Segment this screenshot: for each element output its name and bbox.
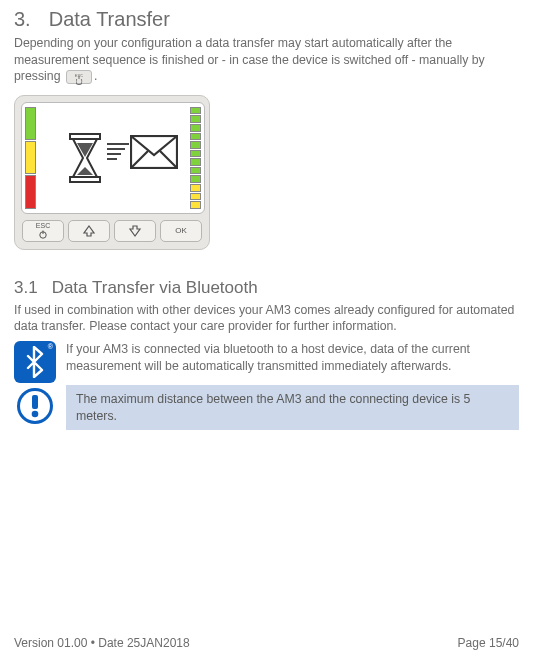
device-ok-button: OK	[160, 220, 202, 242]
subsection-intro: If used in combination with other device…	[14, 302, 519, 335]
bluetooth-glyph-icon	[25, 346, 45, 378]
arrow-up-icon	[82, 224, 96, 238]
ok-label: OK	[175, 226, 187, 235]
right-signal-bars	[190, 107, 201, 209]
section-number: 3.	[14, 8, 31, 31]
device-illustration: ESC OK	[14, 95, 519, 250]
warning-icon	[14, 385, 56, 427]
envelope-icon	[130, 135, 178, 169]
section-intro: Depending on your configuration a data t…	[14, 35, 519, 85]
bluetooth-icon: ®	[14, 341, 56, 383]
bluetooth-note-block: ® If your AM3 is connected via bluetooth…	[14, 341, 519, 383]
subsection-heading: 3.1 Data Transfer via Bluetooth	[14, 278, 519, 298]
power-icon	[38, 229, 48, 239]
footer-page: Page 15/40	[458, 636, 519, 650]
hourglass-icon	[67, 133, 103, 183]
device-button-row: ESC OK	[21, 220, 203, 242]
registered-mark: ®	[48, 343, 53, 350]
device-down-button	[114, 220, 156, 242]
footer-version: Version 01.00 • Date 25JAN2018	[14, 636, 190, 650]
bluetooth-note-text: If your AM3 is connected via bluetooth t…	[66, 341, 519, 383]
section-title: Data Transfer	[49, 8, 170, 31]
device-screen	[21, 102, 205, 214]
subsection-number: 3.1	[14, 278, 38, 298]
esc-key-icon	[66, 70, 92, 84]
device-up-button	[68, 220, 110, 242]
svg-rect-7	[32, 395, 38, 409]
intro-text-2: .	[94, 69, 97, 83]
arrow-down-icon	[128, 224, 142, 238]
esc-label: ESC	[36, 222, 50, 229]
page-footer: Version 01.00 • Date 25JAN2018 Page 15/4…	[14, 636, 519, 650]
data-lines-icon	[107, 143, 129, 160]
warning-text: The maximum distance between the AM3 and…	[66, 385, 519, 430]
warning-block: The maximum distance between the AM3 and…	[14, 385, 519, 430]
svg-point-8	[32, 411, 39, 418]
subsection-title: Data Transfer via Bluetooth	[52, 278, 258, 298]
left-signal-bars	[25, 107, 36, 209]
device-body: ESC OK	[14, 95, 210, 250]
section-heading: 3. Data Transfer	[14, 8, 519, 31]
device-esc-button: ESC	[22, 220, 64, 242]
